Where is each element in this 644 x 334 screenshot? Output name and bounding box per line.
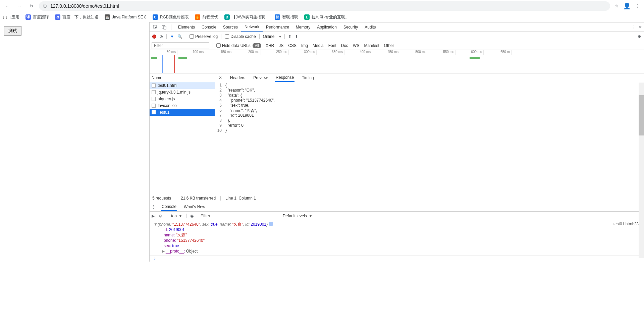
svg-rect-2 xyxy=(164,26,166,29)
devtools-tab-console[interactable]: Console xyxy=(198,22,220,32)
devtools-tab-sources[interactable]: Sources xyxy=(220,22,241,32)
drawer-tab-what-s-new[interactable]: What's New xyxy=(183,203,206,211)
scrollbar[interactable] xyxy=(639,82,644,258)
reload-button[interactable]: ↻ xyxy=(27,1,36,11)
filter-xhr[interactable]: XHR xyxy=(264,43,276,48)
device-toggle-icon[interactable] xyxy=(160,23,168,31)
drawer-tab-console[interactable]: Console xyxy=(161,203,177,211)
bookmark-item[interactable]: ⚙百度一下，你就知道 xyxy=(55,14,99,20)
hide-data-urls-checkbox[interactable]: Hide data URLs xyxy=(216,43,251,48)
upload-har-icon[interactable]: ⬆ xyxy=(288,34,291,39)
sidebar-toggle-icon[interactable]: ▶| xyxy=(152,214,156,218)
url-text: 127.0.0.1:8080/demo/test01.html xyxy=(50,3,119,9)
settings-icon[interactable]: ⚙ xyxy=(638,34,641,39)
devtools-tab-elements[interactable]: Elements xyxy=(175,22,198,32)
browser-toolbar: ← → ↻ ⓘ 127.0.0.1:8080/demo/test01.html … xyxy=(0,0,644,12)
response-pane: ✕ HeadersPreviewResponseTiming 123456789… xyxy=(215,73,644,194)
response-body[interactable]: 12345678910 { "reason": "OK", "data": { … xyxy=(215,82,644,194)
console-toolbar: ▶| ⊘ top ◉ Default levels ⚙ xyxy=(150,212,644,220)
devtools-panel: ElementsConsoleSourcesNetworkPerformance… xyxy=(149,22,644,262)
request-item[interactable]: test01.html xyxy=(150,82,215,89)
response-tab-headers[interactable]: Headers xyxy=(229,73,246,82)
bookmark-item[interactable]: ✋前程无忧 xyxy=(195,14,218,20)
filter-toggle-icon[interactable]: ▼ xyxy=(170,34,174,39)
star-icon[interactable]: ☆ xyxy=(615,4,619,8)
test-button[interactable]: 测试 xyxy=(4,26,21,36)
site-info-icon[interactable]: ⓘ xyxy=(43,3,47,9)
devtools-tab-audits[interactable]: Audits xyxy=(361,22,379,32)
devtools-tab-network[interactable]: Network xyxy=(241,22,263,32)
page-content: 测试 xyxy=(0,22,149,262)
bookmark-item[interactable]: B【JAVA实习生招聘... xyxy=(224,14,269,20)
bookmark-item[interactable]: CRGB颜色对照表 xyxy=(153,14,189,20)
request-item[interactable]: afquery.js xyxy=(150,96,215,102)
inspect-icon[interactable] xyxy=(152,23,159,31)
filter-js[interactable]: JS xyxy=(277,43,285,48)
bookmarks-bar: ⋮⋮⋮应用译百度翻译⚙百度一下，你就知道☕Java Platform SE 8C… xyxy=(0,12,644,22)
live-expression-icon[interactable]: ◉ xyxy=(190,214,194,218)
search-icon[interactable]: 🔍 xyxy=(177,34,182,39)
bookmark-item[interactable]: ⋮⋮⋮应用 xyxy=(4,14,19,20)
record-button[interactable] xyxy=(152,35,156,39)
drawer-tabs: ⋮ ConsoleWhat's New ✕ xyxy=(150,202,644,212)
close-response-icon[interactable]: ✕ xyxy=(217,75,224,80)
network-toolbar: ⊘ ▼ 🔍 Preserve log Disable cache Online▾… xyxy=(150,32,644,41)
transferred-size: 21.6 KB transferred xyxy=(181,196,216,201)
cursor-position: Line 1, Column 1 xyxy=(225,196,256,201)
filter-ws[interactable]: WS xyxy=(351,43,361,48)
forward-button[interactable]: → xyxy=(15,1,24,11)
response-tabs: ✕ HeadersPreviewResponseTiming xyxy=(215,73,644,82)
menu-icon[interactable]: ⋮ xyxy=(635,4,639,8)
request-item[interactable]: Test01 xyxy=(150,109,215,116)
clear-console-icon[interactable]: ⊘ xyxy=(159,214,162,218)
devtools-tab-security[interactable]: Security xyxy=(340,22,361,32)
request-item[interactable]: favicon.ico xyxy=(150,102,215,109)
filter-media[interactable]: Media xyxy=(311,43,325,48)
filter-all[interactable]: All xyxy=(253,43,261,48)
filter-img[interactable]: Img xyxy=(300,43,310,48)
request-list-header[interactable]: Name xyxy=(150,73,215,82)
bookmark-item[interactable]: 智智联招聘 xyxy=(275,14,298,20)
filter-css[interactable]: CSS xyxy=(286,43,298,48)
disable-cache-checkbox[interactable]: Disable cache xyxy=(225,34,256,39)
console-prompt[interactable]: › xyxy=(150,255,644,262)
preserve-log-checkbox[interactable]: Preserve log xyxy=(190,34,218,39)
bookmark-item[interactable]: 译百度翻译 xyxy=(25,14,49,20)
response-tab-timing[interactable]: Timing xyxy=(301,73,315,82)
devtools-tab-performance[interactable]: Performance xyxy=(263,22,292,32)
clear-icon[interactable]: ⊘ xyxy=(160,34,163,39)
filter-manifest[interactable]: Manifest xyxy=(362,43,381,48)
response-tab-preview[interactable]: Preview xyxy=(253,73,268,82)
back-button[interactable]: ← xyxy=(3,1,12,11)
requests-count: 5 requests xyxy=(152,196,171,201)
filter-doc[interactable]: Doc xyxy=(339,43,350,48)
profile-icon[interactable]: 👤 xyxy=(623,2,631,10)
devtools-close-icon[interactable]: ✕ xyxy=(639,25,642,30)
console-output[interactable]: test01.html:23 ▼{phone: "15137742640", s… xyxy=(150,220,644,255)
console-source-link[interactable]: test01.html:23 xyxy=(613,222,639,226)
console-filter-input[interactable] xyxy=(201,213,278,219)
devtools-tabs: ElementsConsoleSourcesNetworkPerformance… xyxy=(150,22,644,32)
filter-row: Hide data URLs All XHRJSCSSImgMediaFontD… xyxy=(150,41,644,50)
drawer-menu-icon[interactable]: ⋮ xyxy=(152,205,156,209)
request-filter-input[interactable] xyxy=(152,42,209,49)
devtools-tab-memory[interactable]: Memory xyxy=(292,22,314,32)
filter-other[interactable]: Other xyxy=(382,43,396,48)
devtools-menu-icon[interactable]: ⋮ xyxy=(632,25,636,30)
throttle-select[interactable]: Online▾ xyxy=(263,34,281,39)
devtools-tab-application[interactable]: Application xyxy=(314,22,340,32)
request-list: Name test01.htmljquery-3.3.1.min.jsafque… xyxy=(150,73,215,194)
log-levels-select[interactable]: Default levels xyxy=(281,213,313,219)
request-item[interactable]: jquery-3.3.1.min.js xyxy=(150,89,215,96)
context-select[interactable]: top xyxy=(169,213,183,219)
download-har-icon[interactable]: ⬇ xyxy=(295,34,298,39)
filter-font[interactable]: Font xyxy=(327,43,338,48)
bookmark-item[interactable]: ☕Java Platform SE 8 xyxy=(105,14,147,20)
bookmark-item[interactable]: L拉勾网-专业的互联... xyxy=(304,14,348,20)
info-badge-icon[interactable] xyxy=(269,222,273,226)
response-tab-response[interactable]: Response xyxy=(275,73,294,82)
network-status-bar: 5 requests 21.6 KB transferred Line 1, C… xyxy=(150,194,644,202)
timeline[interactable]: 50 ms100 ms150 ms200 ms250 ms300 ms350 m… xyxy=(150,50,644,73)
address-bar[interactable]: ⓘ 127.0.0.1:8080/demo/test01.html xyxy=(39,1,610,11)
network-split: Name test01.htmljquery-3.3.1.min.jsafque… xyxy=(150,73,644,194)
